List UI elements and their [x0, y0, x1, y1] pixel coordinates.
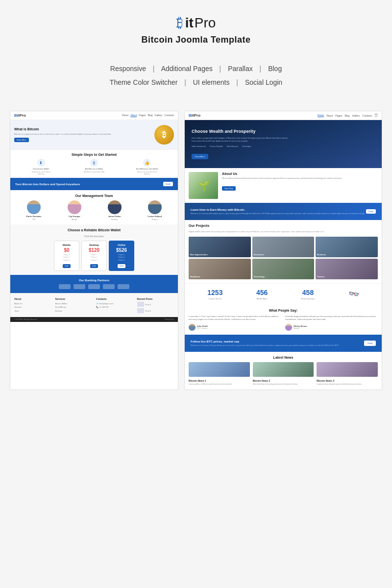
rp-hero: Choose Wealth and Prosperity Use modern,… — [185, 120, 382, 168]
lp-step-desc-3: Now you can send and receive payments — [136, 171, 158, 175]
rp-news-desc-1: Latest updates on Bitcoin market trends … — [189, 383, 250, 386]
lp-step-2: ₿ Add Bitcoin to Wallet Add Bitcoin to y… — [84, 159, 104, 175]
lp-footer-post-1: Post 1 — [146, 303, 151, 306]
feature-ui: UI elements — [193, 78, 230, 86]
page-tagline: Bitcoin Joomla Template — [141, 35, 250, 45]
rp-nav-gallery[interactable]: Gallery — [352, 114, 360, 117]
rp-btc-title: Follow live BTC prices, market cap — [191, 340, 298, 344]
lp-wcard-online: Online $526 Feature 1Feature 2Feature 3 … — [109, 241, 134, 271]
rp-about-content: About Us We provide professional financi… — [222, 172, 378, 199]
rp-project-3[interactable]: Business — [316, 237, 378, 257]
lp-footer-service-1: Bitcoin Wallet — [55, 302, 93, 305]
bitcoin-icon: ₿ — [176, 15, 183, 31]
lp-footer: About About Us Services Team Services Bi… — [10, 293, 178, 317]
lp-banner-btn[interactable]: Detail — [163, 182, 173, 186]
lp-step-1: ⬇ Download a Wallet Download our secure … — [30, 159, 52, 175]
lp-footer-service-3: Receive — [55, 309, 93, 313]
rp-hero-btn[interactable]: Read More — [192, 154, 208, 159]
rp-project-4[interactable]: Healthcare — [189, 259, 251, 279]
lp-wcard-price-1: $0 — [64, 247, 69, 253]
feature-responsive: Responsive — [110, 65, 146, 73]
lp-step-icon-1: ⬇ — [37, 159, 45, 167]
rp-earn-text: Learn How to Earn Money with Bitcoin. — [191, 208, 279, 212]
rp-stat-label-3: Returning Days — [301, 297, 315, 300]
rp-stat-4: Technique — [242, 145, 251, 147]
lp-footer-post-thumb-1 — [137, 302, 144, 307]
rp-earn-btn[interactable]: Detail — [366, 209, 376, 214]
feature-social: Social Login — [245, 78, 282, 86]
lp-footer-h2: Services — [55, 297, 93, 300]
lp-footer-col-2: Services Bitcoin Wallet Send Money Recei… — [55, 297, 93, 313]
lp-footer-col-1: About About Us Services Team — [14, 297, 51, 313]
lp-banner-text: Turn Bitcoin Into Dollars and Spend Anyw… — [15, 183, 80, 186]
lp-step-desc-1: Download our secure Bitcoin wallet app — [30, 171, 52, 175]
rp-about-btn[interactable]: Start Now — [222, 186, 236, 191]
sep-5: | — [236, 78, 238, 86]
lp-wcard-btn-1[interactable]: Detail — [63, 264, 71, 268]
rp-project-1[interactable]: New Opportunities — [189, 237, 251, 257]
rp-projects-title-area: Our Projects Digital wallets have been t… — [189, 224, 378, 233]
feature-parallax: Parallax — [228, 65, 253, 73]
lp-nav-gallery[interactable]: Gallery — [155, 114, 163, 117]
rp-test-avatar-1 — [189, 324, 196, 331]
lp-wcard-type-1: Mobile — [63, 244, 71, 246]
rp-project-6-label: Finance — [317, 275, 324, 278]
lp-wcard-desktop: Desktop $120 Feature 1Feature 2Feature 3… — [81, 241, 107, 271]
rp-project-2[interactable]: Investment — [252, 237, 315, 257]
lp-wcard-features-3: Feature 1Feature 2Feature 3 — [119, 254, 125, 262]
rp-nav-about[interactable]: About — [326, 114, 333, 117]
lp-wcard-features-2: Feature 1Feature 2Feature 3 — [91, 254, 98, 262]
lp-nav-home[interactable]: Home — [122, 114, 128, 117]
lp-nav-about[interactable]: About — [130, 114, 137, 117]
rp-nav-blog[interactable]: Blog — [344, 114, 349, 117]
rp-hero-text: Use modern, progressive technologies of … — [192, 137, 290, 143]
rp-about-image: 🌱 — [189, 172, 218, 199]
lp-wcard-btn-3[interactable]: Detail — [118, 264, 125, 268]
lp-step-label-3: Send/Receive with Wallet — [136, 168, 158, 170]
rp-news-img-1 — [189, 362, 250, 377]
lp-wcard-mobile: Mobile $0 Feature 1Feature 2Feature 3 De… — [54, 241, 79, 271]
rp-stat-number-3: 458 — [302, 289, 314, 296]
lp-footer-about-3: Team — [14, 309, 51, 313]
rp-stat-number-1: 1253 — [207, 289, 222, 296]
rp-test-author-info-1: John Smith CEO, Company — [197, 325, 208, 329]
rp-stat-label-1: Copy & Secure — [208, 297, 221, 300]
lp-partners-logos — [14, 284, 174, 289]
rp-project-4-overlay: Healthcare — [189, 259, 251, 279]
lp-wcard-type-2: Desktop — [89, 244, 99, 246]
rp-projects-header: Our Projects Digital wallets have been t… — [189, 224, 378, 233]
lp-step-label-1: Download a Wallet — [33, 168, 49, 170]
rp-nav-home[interactable]: Home — [318, 114, 324, 117]
lp-hero-btn[interactable]: Read More — [14, 138, 29, 142]
rp-news-headline-1: Bitcoin News 1 — [189, 379, 250, 382]
rp-project-6[interactable]: Finance — [316, 259, 378, 279]
lp-nav-contacts[interactable]: Contacts — [164, 114, 174, 117]
rp-btc-banner: Follow live BTC prices, market cap Bitco… — [185, 335, 382, 352]
lp-footer-row: About About Us Services Team Services Bi… — [14, 297, 174, 313]
lp-footer-post-2: Post 2 — [146, 309, 151, 313]
rp-nav-menu-icon[interactable]: ☰ — [374, 113, 378, 118]
previews-container: BitPro Home About Pages Blog Gallery Con… — [10, 111, 382, 390]
lp-partner-5 — [118, 284, 129, 289]
rp-nav-pages[interactable]: Pages — [335, 114, 342, 117]
lp-wallet: Choose a Reliable Bitcoin Wallet Find th… — [10, 224, 178, 275]
rp-test-text-1: I remember it. Can I say I wasn't scared… — [189, 315, 281, 321]
lp-nav-links: Home About Pages Blog Gallery Contacts — [122, 114, 174, 117]
lp-logo: BitPro — [14, 113, 26, 118]
lp-member-name-4: Louise Holland — [148, 215, 162, 218]
lp-nav-blog[interactable]: Blog — [147, 114, 152, 117]
rp-projects-text: Digital wallets have been the primary fo… — [189, 230, 378, 233]
lp-nav-pages[interactable]: Pages — [139, 114, 146, 117]
rp-nav-contacts[interactable]: Contacts — [362, 114, 372, 117]
lp-avatar-4 — [148, 200, 162, 214]
rp-project-5[interactable]: Technology — [252, 259, 315, 279]
lp-wcard-btn-2[interactable]: Detail — [90, 264, 98, 268]
rp-btc-btn[interactable]: Detail — [364, 341, 376, 346]
lp-footer-copy: © 2017 BitPro. All Rights Reserved. — [14, 318, 37, 320]
rp-project-1-label: New Opportunities — [190, 253, 208, 256]
lp-footer-h4: Recent Posts — [137, 297, 174, 300]
lp-member-name-1: Darrin Gonzalez — [26, 215, 41, 218]
lp-steps: Simple Steps to Get Started ⬇ Download a… — [10, 149, 178, 178]
lp-footer-post-thumb-2 — [137, 308, 144, 313]
rp-test-author-1: John Smith CEO, Company — [189, 324, 281, 331]
